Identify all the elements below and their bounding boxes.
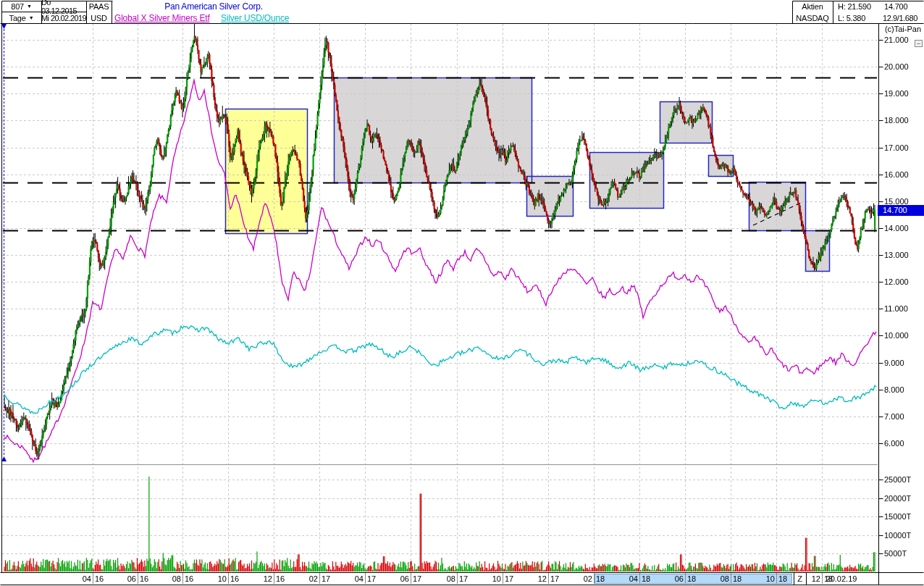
- date-tick-year: 16: [95, 574, 113, 584]
- date-tick-month: 12: [254, 574, 272, 584]
- compare-link-silver-ounce[interactable]: Silver USD/Ounce: [221, 12, 315, 23]
- date-tick-year: 17: [550, 574, 568, 584]
- date-tick-month: 08: [437, 574, 455, 584]
- start-date: Do 03.12.2015: [41, 1, 86, 12]
- date-tick-divider: [319, 573, 320, 584]
- period-dropdown[interactable]: Tage ▼: [1, 12, 41, 23]
- high-value: H: 21.590: [838, 1, 878, 12]
- date-tick-divider: [822, 573, 823, 584]
- date-tick-month: 08: [711, 574, 729, 584]
- date-tick-year: 17: [367, 574, 385, 584]
- scale-collapse-icon[interactable]: −: [915, 40, 923, 47]
- date-tick-month: 12: [529, 574, 547, 584]
- volume-tick-label: 20000T: [884, 493, 911, 503]
- exchange-label: NASDAQ: [793, 12, 832, 23]
- date-tick-month: 02: [300, 574, 318, 584]
- chevron-down-icon: ▼: [29, 15, 34, 20]
- date-tick-year: 16: [185, 574, 203, 584]
- date-tick-divider: [685, 573, 686, 584]
- price-tick-label: 15.000: [884, 196, 909, 206]
- date-tick-month: 06: [391, 574, 409, 584]
- price-tick-label: 11.000: [884, 304, 908, 314]
- currency-label: USD: [86, 12, 112, 23]
- price-tick-label: 9.000: [884, 358, 904, 368]
- bars-count-dropdown[interactable]: 807 ▼: [1, 1, 41, 12]
- date-tick-month: 04: [620, 574, 638, 584]
- date-tick-month: 04: [345, 574, 364, 584]
- date-tick-divider: [411, 573, 411, 584]
- date-tick-year: 16: [140, 574, 158, 584]
- date-tick-divider: [365, 573, 366, 584]
- date-tick-divider: [457, 573, 458, 584]
- price-tick-label: 10.000: [884, 330, 909, 340]
- date-tick-month: 10: [757, 574, 775, 584]
- date-tick-year: 18: [596, 574, 614, 584]
- date-tick-year: 16: [230, 574, 248, 584]
- chart-canvas[interactable]: [0, 0, 924, 586]
- date-tick-year: 17: [322, 574, 340, 584]
- date-tick-divider: [228, 573, 229, 584]
- date-tick-month: 04: [73, 574, 91, 584]
- price-tick-label: 17.000: [884, 143, 909, 153]
- date-tick-divider: [274, 573, 274, 584]
- date-tick-month: 10: [209, 574, 227, 584]
- date-tick-month: 12: [802, 574, 820, 584]
- volume-tick-label: 5000T: [884, 548, 907, 558]
- date-tick-divider: [138, 573, 138, 584]
- date-tick-year: 18: [687, 574, 705, 584]
- date-tick-year: 18: [824, 574, 842, 584]
- low-value: L: 5.380: [838, 12, 878, 23]
- date-tick-month: 10: [483, 574, 501, 584]
- date-tick-divider: [503, 573, 503, 584]
- price-tick-label: 21.000: [884, 35, 909, 45]
- volume-tick-label: 15000T: [884, 511, 911, 522]
- price-tick-label: 12.000: [884, 277, 909, 287]
- volume-tick-label: 10000T: [884, 530, 911, 540]
- date-tick-year: 18: [642, 574, 660, 584]
- symbol-label: PAAS: [86, 1, 112, 12]
- price-tick-label: 8.000: [884, 385, 904, 395]
- date-tick-month: 06: [665, 574, 684, 584]
- bars-count-value: 807: [11, 2, 24, 11]
- date-tick-divider: [639, 573, 640, 584]
- exchange-type-label: Aktien: [793, 1, 832, 12]
- date-tick-divider: [776, 573, 777, 584]
- date-tick-month: 02: [574, 574, 592, 584]
- last-price-value: 14.700: [884, 1, 923, 12]
- current-price-badge: 14.700: [878, 205, 924, 216]
- date-tick-divider: [594, 573, 595, 584]
- date-tick-year: 18: [778, 574, 797, 584]
- date-tick-year: 17: [459, 574, 477, 584]
- price-tick-label: 6.000: [884, 438, 904, 448]
- date-tick-divider: [731, 573, 731, 584]
- date-tick-year: 17: [505, 574, 523, 584]
- date-tick-divider: [548, 573, 549, 584]
- page-title: Pan American Silver Corp.: [112, 1, 315, 12]
- date-tick-month: 06: [118, 574, 136, 584]
- secondary-values: 12.9/1.680: [883, 12, 924, 23]
- price-tick-label: 20.000: [884, 62, 909, 72]
- volume-tick-label: 25000T: [884, 474, 911, 485]
- price-tick-label: 18.000: [884, 115, 909, 125]
- date-tick-month: 08: [163, 574, 181, 584]
- date-tick-year: 16: [276, 574, 294, 584]
- price-tick-label: 19.000: [884, 88, 909, 99]
- price-tick-label: 13.000: [884, 250, 909, 260]
- date-tick-year: 18: [733, 574, 751, 584]
- price-tick-label: 14.000: [884, 223, 909, 233]
- chevron-down-icon: ▼: [27, 4, 32, 9]
- price-tick-label: 16.000: [884, 169, 909, 180]
- date-tick-divider: [182, 573, 183, 584]
- period-value: Tage: [9, 14, 26, 22]
- taipan-chart-window: 807 ▼ Do 03.12.2015 PAAS Pan American Si…: [0, 0, 924, 586]
- end-date: Mi 20.02.2019: [41, 12, 86, 23]
- copyright-label: (c)Tai-Pan: [866, 24, 921, 34]
- date-tick-divider: [93, 573, 93, 584]
- price-tick-label: 7.000: [884, 411, 904, 422]
- date-tick-year: 17: [413, 574, 431, 584]
